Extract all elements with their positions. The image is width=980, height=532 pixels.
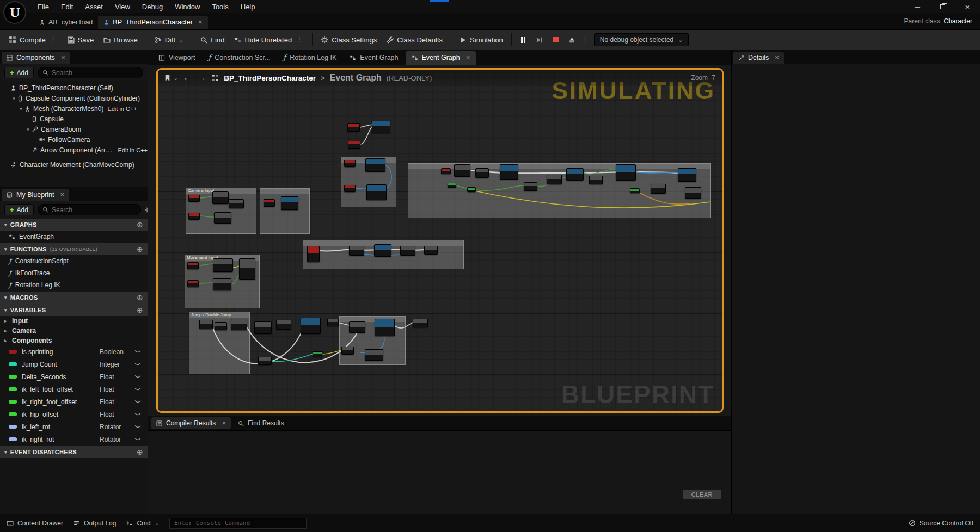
variable-row-ik-right-rot[interactable]: ik_right_rotRotator (0, 433, 148, 446)
blueprint-node[interactable] (307, 246, 320, 262)
blueprint-node[interactable] (616, 164, 636, 181)
close-icon[interactable]: × (61, 55, 65, 60)
compile-button[interactable]: Compile ⋮ (4, 33, 62, 47)
forward-arrow-icon[interactable]: → (197, 72, 206, 83)
expand-arrow-icon[interactable]: ▾ (10, 96, 17, 101)
expand-arrow-icon[interactable]: ▸ (4, 318, 10, 324)
add-new-icon[interactable]: ⊕ (137, 220, 143, 229)
save-button[interactable]: Save (63, 33, 99, 47)
menu-view[interactable]: View (109, 1, 136, 13)
tree-item-bp-thirdpersoncharacter-self-[interactable]: BP_ThirdPersonCharacter (Self) (0, 83, 148, 93)
graph-tab-viewport[interactable]: Viewport (152, 51, 201, 65)
breadcrumb-root[interactable]: BP_ThirdPersonCharacter (224, 74, 316, 82)
menu-help[interactable]: Help (235, 1, 261, 13)
compile-options-icon[interactable]: ⋮ (49, 36, 58, 44)
blueprint-node[interactable] (424, 246, 438, 255)
graph-tab-construction-scr-[interactable]: ƒConstruction Scr... (202, 51, 276, 65)
section-graphs[interactable]: ▾GRAPHS⊕ (0, 218, 148, 231)
blueprint-node[interactable] (239, 258, 255, 280)
variable-row-is-sprinting[interactable]: is sprintingBoolean (0, 345, 148, 358)
blueprint-node[interactable] (188, 213, 200, 220)
blueprint-node[interactable] (365, 349, 383, 361)
menu-edit[interactable]: Edit (55, 1, 79, 13)
blueprint-node[interactable] (258, 357, 272, 365)
graph-tab-rotation-leg-ik[interactable]: ƒRotation Leg IK (277, 51, 342, 65)
blueprint-node[interactable] (400, 246, 415, 256)
blueprint-node[interactable] (349, 321, 365, 333)
add-new-icon[interactable]: ⊕ (137, 306, 143, 314)
blueprint-node[interactable] (685, 187, 701, 199)
tab-components[interactable]: Components × (2, 52, 70, 64)
playback-options-icon[interactable]: ⋮ (581, 36, 590, 44)
blueprint-node[interactable] (448, 183, 456, 188)
blueprint-node[interactable] (500, 164, 518, 180)
variable-row-ik-left-foot-offset[interactable]: ik_left_foot_offsetFloat (0, 383, 148, 395)
variable-category-camera[interactable]: ▸Camera (0, 326, 148, 336)
edit-in-cpp-link[interactable]: Edit in C++ (107, 106, 137, 112)
blueprint-node[interactable] (344, 160, 356, 167)
blueprint-node[interactable] (199, 320, 213, 329)
blueprint-node[interactable] (254, 321, 272, 334)
blueprint-node[interactable] (374, 244, 391, 257)
blueprint-node[interactable] (454, 164, 470, 177)
tree-item-arrow-component-arrow-[interactable]: Arrow Component (Arrow)Edit in C++ (0, 145, 148, 155)
add-blueprint-item-button[interactable]: + Add (4, 204, 34, 215)
output-log-button[interactable]: Output Log (73, 519, 116, 527)
blueprint-node[interactable] (375, 319, 395, 336)
debug-object-dropdown[interactable]: No debug object selected ⌄ (594, 33, 689, 46)
clear-button[interactable]: CLEAR (683, 490, 721, 499)
eye-closed-icon[interactable] (134, 437, 142, 441)
blueprint-node[interactable] (327, 319, 339, 326)
blueprint-node[interactable] (547, 175, 562, 184)
stop-button[interactable] (548, 33, 564, 47)
expand-arrow-icon[interactable]: ▾ (24, 127, 32, 132)
restore-button[interactable] (930, 0, 955, 13)
blueprint-node[interactable] (214, 212, 231, 224)
blueprint-node[interactable] (372, 121, 390, 133)
blueprint-node[interactable] (349, 246, 364, 256)
eye-closed-icon[interactable] (134, 400, 142, 404)
list-item-rotation-leg-ik[interactable]: ƒRotation Leg IK (0, 279, 148, 291)
variable-category-components[interactable]: ▸Components (0, 336, 148, 345)
section-functions[interactable]: ▾FUNCTIONS(32 OVERRIDABLE)⊕ (0, 243, 148, 255)
asset-tab-bp-thirdpersoncharacter[interactable]: BP_ThirdPersonCharacter× (98, 16, 207, 29)
tree-item-character-movement-charmovecomp-[interactable]: Character Movement (CharMoveComp) (0, 159, 148, 170)
menu-file[interactable]: File (32, 1, 55, 13)
eye-closed-icon[interactable] (134, 362, 142, 366)
tree-item-followcamera[interactable]: FollowCamera (0, 134, 148, 145)
parent-class-link[interactable]: Character (944, 17, 972, 25)
pause-button[interactable] (516, 33, 531, 47)
close-icon[interactable]: × (466, 55, 470, 60)
tree-item-capsule-component-collisioncylinder-[interactable]: ▾Capsule Component (CollisionCylinder) (0, 93, 148, 103)
expand-arrow-icon[interactable]: ▸ (4, 328, 10, 333)
list-item-eventgraph[interactable]: EventGraph (0, 231, 148, 243)
blueprint-node[interactable] (229, 199, 244, 208)
blueprint-node[interactable] (187, 280, 199, 287)
blueprint-node[interactable] (566, 168, 584, 181)
chevron-down-icon[interactable]: ⌄ (173, 75, 178, 82)
view-options-gear-icon[interactable] (145, 206, 148, 214)
my-blueprint-search-input[interactable] (52, 206, 136, 214)
asset-tab-ab-cybertoad[interactable]: AB_cyberToad (34, 16, 98, 29)
variable-row-jump-count[interactable]: Jump CountInteger (0, 358, 148, 370)
blueprint-node[interactable] (301, 318, 321, 334)
expand-arrow-icon[interactable]: ▾ (17, 106, 24, 112)
blueprint-node[interactable] (413, 319, 428, 327)
tree-item-cameraboom[interactable]: ▾CameraBoom (0, 124, 148, 134)
blueprint-node[interactable] (348, 141, 360, 149)
blueprint-node[interactable] (365, 158, 385, 172)
add-component-button[interactable]: + Add (4, 67, 34, 78)
list-item-ikfoottrace[interactable]: ƒIkFootTrace (0, 267, 148, 279)
blueprint-node[interactable] (264, 199, 275, 207)
blueprint-node[interactable] (212, 191, 229, 204)
blueprint-node[interactable] (347, 123, 360, 132)
my-blueprint-search[interactable] (38, 204, 141, 215)
class-defaults-button[interactable]: Class Defaults (382, 33, 447, 47)
blueprint-node[interactable] (678, 168, 696, 182)
tab-my-blueprint[interactable]: My Blueprint × (2, 189, 69, 201)
edit-in-cpp-link[interactable]: Edit in C++ (118, 147, 148, 153)
section-event-dispatchers[interactable]: ▾EVENT DISPATCHERS⊕ (0, 446, 148, 458)
graph-tab-event-graph[interactable]: Event Graph× (406, 51, 476, 65)
blueprint-node[interactable] (231, 319, 247, 330)
eye-closed-icon[interactable] (134, 375, 142, 379)
